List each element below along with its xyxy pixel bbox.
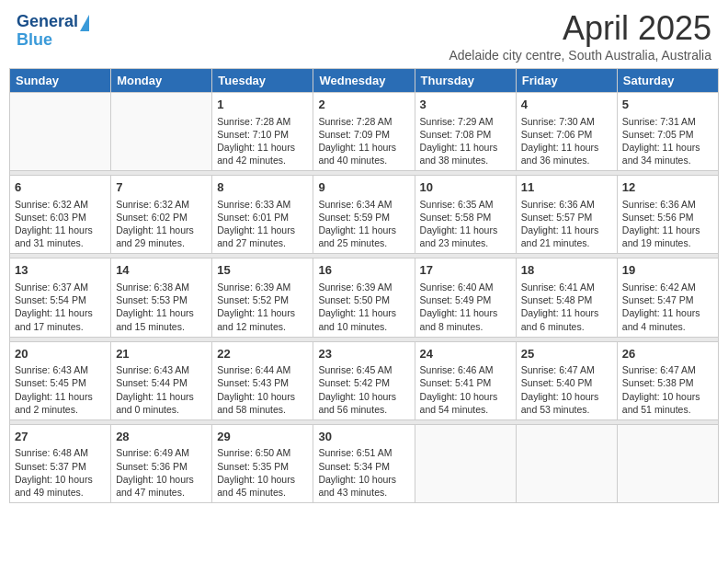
- column-header-tuesday: Tuesday: [212, 69, 313, 93]
- day-number: 7: [116, 179, 207, 196]
- logo-text-general: General: [17, 13, 78, 31]
- daylight-text: Daylight: 11 hours and 23 minutes.: [420, 224, 498, 248]
- calendar-cell: 1Sunrise: 7:28 AMSunset: 7:10 PMDaylight…: [212, 93, 313, 171]
- daylight-text: Daylight: 11 hours and 2 minutes.: [15, 391, 93, 415]
- sunset-text: Sunset: 7:09 PM: [318, 129, 390, 140]
- daylight-text: Daylight: 11 hours and 4 minutes.: [622, 307, 700, 331]
- month-title: April 2025: [449, 9, 711, 48]
- daylight-text: Daylight: 11 hours and 6 minutes.: [521, 307, 599, 331]
- sunrise-text: Sunrise: 6:42 AM: [622, 282, 696, 293]
- day-number: 30: [318, 429, 409, 445]
- calendar-cell: [10, 93, 111, 171]
- sunset-text: Sunset: 5:45 PM: [15, 377, 86, 388]
- sunset-text: Sunset: 5:34 PM: [318, 461, 390, 472]
- daylight-text: Daylight: 10 hours and 58 minutes.: [217, 391, 295, 415]
- sunrise-text: Sunrise: 6:39 AM: [217, 282, 290, 293]
- calendar-cell: 5Sunrise: 7:31 AMSunset: 7:05 PMDaylight…: [617, 93, 718, 171]
- logo-triangle-icon: [80, 15, 89, 31]
- sunset-text: Sunset: 7:10 PM: [217, 129, 289, 140]
- column-header-monday: Monday: [111, 69, 212, 93]
- daylight-text: Daylight: 11 hours and 10 minutes.: [318, 307, 396, 331]
- day-number: 26: [622, 346, 713, 362]
- calendar-cell: 24Sunrise: 6:46 AMSunset: 5:41 PMDayligh…: [415, 341, 516, 419]
- sunset-text: Sunset: 5:42 PM: [318, 377, 390, 388]
- daylight-text: Daylight: 11 hours and 15 minutes.: [116, 307, 194, 331]
- sunset-text: Sunset: 6:01 PM: [217, 212, 289, 223]
- sunset-text: Sunset: 5:36 PM: [116, 461, 188, 472]
- column-header-friday: Friday: [516, 69, 617, 93]
- daylight-text: Daylight: 11 hours and 8 minutes.: [420, 307, 498, 331]
- daylight-text: Daylight: 11 hours and 12 minutes.: [217, 307, 295, 331]
- sunrise-text: Sunrise: 6:44 AM: [217, 364, 290, 375]
- day-number: 29: [217, 429, 308, 445]
- day-number: 24: [420, 346, 511, 362]
- sunset-text: Sunset: 5:57 PM: [521, 212, 593, 223]
- column-header-wednesday: Wednesday: [313, 69, 415, 93]
- calendar-week-row: 1Sunrise: 7:28 AMSunset: 7:10 PMDaylight…: [10, 93, 719, 171]
- sunset-text: Sunset: 5:37 PM: [15, 461, 86, 472]
- daylight-text: Daylight: 11 hours and 29 minutes.: [116, 224, 194, 248]
- sunset-text: Sunset: 6:02 PM: [116, 212, 188, 223]
- day-number: 21: [116, 346, 207, 362]
- day-number: 12: [622, 179, 713, 196]
- sunrise-text: Sunrise: 7:31 AM: [622, 116, 696, 127]
- day-number: 23: [318, 346, 409, 362]
- day-number: 5: [622, 97, 713, 113]
- sunrise-text: Sunrise: 7:29 AM: [420, 116, 494, 127]
- sunrise-text: Sunrise: 7:30 AM: [521, 116, 595, 127]
- daylight-text: Daylight: 11 hours and 17 minutes.: [15, 307, 93, 331]
- day-number: 28: [116, 429, 207, 445]
- day-number: 27: [15, 429, 106, 445]
- day-number: 3: [420, 97, 511, 113]
- calendar-week-row: 13Sunrise: 6:37 AMSunset: 5:54 PMDayligh…: [10, 259, 719, 337]
- day-number: 10: [420, 179, 511, 196]
- sunrise-text: Sunrise: 7:28 AM: [318, 116, 392, 127]
- column-header-sunday: Sunday: [10, 69, 111, 93]
- calendar-cell: 8Sunrise: 6:33 AMSunset: 6:01 PMDaylight…: [212, 176, 313, 254]
- calendar-cell: 26Sunrise: 6:47 AMSunset: 5:38 PMDayligh…: [617, 341, 718, 419]
- daylight-text: Daylight: 10 hours and 54 minutes.: [420, 391, 498, 415]
- calendar-cell: 16Sunrise: 6:39 AMSunset: 5:50 PMDayligh…: [313, 259, 415, 337]
- daylight-text: Daylight: 11 hours and 38 minutes.: [420, 142, 498, 166]
- calendar-cell: 27Sunrise: 6:48 AMSunset: 5:37 PMDayligh…: [10, 424, 111, 502]
- calendar-week-row: 20Sunrise: 6:43 AMSunset: 5:45 PMDayligh…: [10, 341, 719, 419]
- sunrise-text: Sunrise: 6:37 AM: [15, 282, 88, 293]
- sunrise-text: Sunrise: 6:46 AM: [420, 364, 494, 375]
- daylight-text: Daylight: 11 hours and 34 minutes.: [622, 142, 700, 166]
- day-number: 6: [15, 179, 106, 196]
- day-number: 13: [15, 262, 106, 279]
- sunrise-text: Sunrise: 6:34 AM: [318, 199, 392, 210]
- daylight-text: Daylight: 10 hours and 47 minutes.: [116, 474, 194, 498]
- day-number: 17: [420, 262, 511, 279]
- calendar-header-row: SundayMondayTuesdayWednesdayThursdayFrid…: [10, 69, 719, 93]
- calendar-cell: [516, 424, 617, 502]
- column-header-thursday: Thursday: [415, 69, 516, 93]
- daylight-text: Daylight: 10 hours and 56 minutes.: [318, 391, 396, 415]
- sunrise-text: Sunrise: 6:50 AM: [217, 447, 290, 458]
- sunrise-text: Sunrise: 6:33 AM: [217, 199, 290, 210]
- day-number: 16: [318, 262, 409, 279]
- day-number: 25: [521, 346, 612, 362]
- calendar-cell: 11Sunrise: 6:36 AMSunset: 5:57 PMDayligh…: [516, 176, 617, 254]
- sunrise-text: Sunrise: 6:47 AM: [622, 364, 696, 375]
- calendar-cell: 12Sunrise: 6:36 AMSunset: 5:56 PMDayligh…: [617, 176, 718, 254]
- sunrise-text: Sunrise: 6:47 AM: [521, 364, 595, 375]
- sunrise-text: Sunrise: 6:48 AM: [15, 447, 88, 458]
- sunset-text: Sunset: 5:53 PM: [116, 294, 188, 305]
- sunset-text: Sunset: 5:47 PM: [622, 294, 694, 305]
- sunrise-text: Sunrise: 6:36 AM: [521, 199, 595, 210]
- calendar-cell: [415, 424, 516, 502]
- daylight-text: Daylight: 10 hours and 51 minutes.: [622, 391, 700, 415]
- day-number: 18: [521, 262, 612, 279]
- calendar-cell: 18Sunrise: 6:41 AMSunset: 5:48 PMDayligh…: [516, 259, 617, 337]
- sunset-text: Sunset: 7:05 PM: [622, 129, 694, 140]
- calendar-table: SundayMondayTuesdayWednesdayThursdayFrid…: [9, 68, 719, 503]
- sunset-text: Sunset: 6:03 PM: [15, 212, 86, 223]
- calendar-cell: 2Sunrise: 7:28 AMSunset: 7:09 PMDaylight…: [313, 93, 415, 171]
- sunrise-text: Sunrise: 6:36 AM: [622, 199, 696, 210]
- daylight-text: Daylight: 11 hours and 19 minutes.: [622, 224, 700, 248]
- day-number: 9: [318, 179, 409, 196]
- sunrise-text: Sunrise: 7:28 AM: [217, 116, 290, 127]
- sunrise-text: Sunrise: 6:43 AM: [116, 364, 189, 375]
- sunset-text: Sunset: 5:59 PM: [318, 212, 390, 223]
